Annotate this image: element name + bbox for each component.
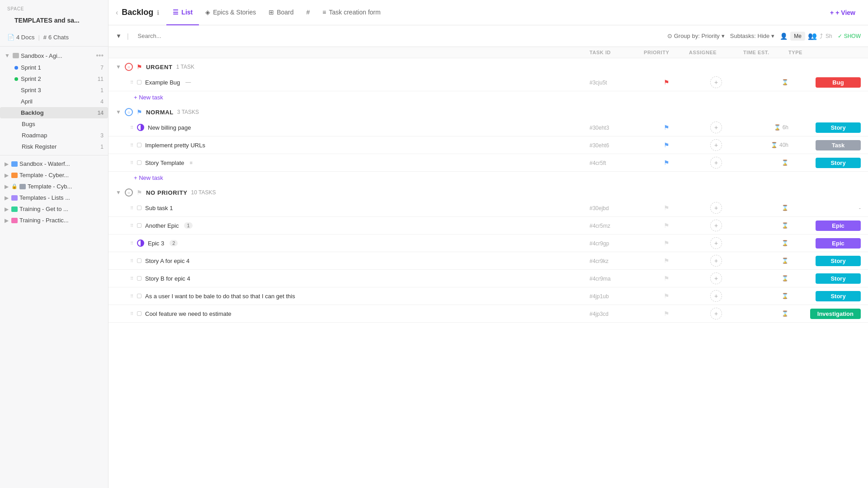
task-status-icon[interactable] (137, 160, 142, 165)
search-input[interactable] (134, 31, 664, 41)
sidebar-item-training-practic[interactable]: ▶ Training - Practic... (0, 215, 108, 226)
sidebar-group-label: Templates - Lists ... (19, 194, 70, 201)
hash-icon: # (43, 34, 47, 41)
sidebar-item-roadmap[interactable]: Roadmap 3 (0, 130, 108, 141)
type-badge[interactable]: Epic (816, 221, 861, 231)
assignee-avatar[interactable]: + (710, 255, 722, 267)
sidebar-item-template-cyber1[interactable]: ▶ Template - Cyber... (0, 169, 108, 181)
task-name[interactable]: Implement pretty URLs (145, 142, 205, 149)
sidebar-item-training-getto[interactable]: ▶ Training - Get to ... (0, 203, 108, 215)
assignee-avatar[interactable]: + (710, 237, 722, 249)
assignee-avatar[interactable]: + (710, 290, 722, 302)
info-icon[interactable]: ℹ (157, 9, 159, 16)
type-badge[interactable]: Story (816, 158, 861, 168)
toolbar-divider: | (127, 33, 129, 40)
sidebar-item-sandbox-agi[interactable]: ▼ Sandbox - Agi... ••• (0, 49, 108, 62)
docs-count[interactable]: 📄 4 Docs (7, 34, 34, 41)
show-text: SHOW (844, 33, 861, 39)
hash-tab-label: # (307, 9, 310, 16)
task-name[interactable]: Story Template (145, 160, 184, 166)
hourglass-icon: ⌛ (782, 79, 788, 85)
type-badge[interactable]: Epic (816, 238, 861, 249)
filter-button[interactable]: ▼ (116, 33, 122, 39)
task-priority-cell: ⚑ (644, 204, 689, 211)
assignee-avatar[interactable]: + (710, 76, 722, 88)
assignee-avatar[interactable]: + (710, 308, 722, 319)
sidebar-item-sprint1[interactable]: Sprint 1 7 (0, 62, 108, 73)
group-by-button[interactable]: ⊙ Group by: Priority ▾ (667, 33, 725, 39)
task-in-progress-icon[interactable] (137, 124, 144, 131)
sidebar-item-template-cyb-lock[interactable]: ▶ 🔒 Template - Cyb... (0, 181, 108, 192)
add-view-button[interactable]: + + View (825, 6, 861, 19)
type-badge[interactable]: Story (816, 273, 861, 284)
assignee-avatar[interactable]: + (710, 272, 722, 284)
assignee-avatar[interactable]: + (710, 139, 722, 151)
tab-epics-stories[interactable]: ◈ Epics & Stories (199, 0, 262, 25)
task-status-icon[interactable] (137, 311, 142, 316)
type-badge[interactable]: Story (816, 291, 861, 301)
tab-board[interactable]: ⊞ Board (262, 0, 300, 25)
more-options-icon[interactable]: ••• (96, 52, 104, 60)
task-name[interactable]: Example Bug (145, 79, 180, 86)
sidebar-item-templates-lists[interactable]: ▶ Templates - Lists ... (0, 192, 108, 203)
task-status-icon[interactable] (137, 276, 142, 281)
tab-hash[interactable]: # (300, 0, 316, 25)
share-people-icon[interactable]: 👥 (808, 32, 817, 40)
assignee-avatar[interactable]: + (710, 157, 722, 169)
show-label[interactable]: Sh (826, 33, 832, 39)
group-by-icon: ⊙ (667, 33, 672, 39)
task-name-cell: ⠿ New billing page (130, 124, 590, 131)
task-status-icon[interactable] (137, 206, 142, 210)
type-badge[interactable]: Task (816, 140, 861, 150)
assignee-avatar[interactable]: + (710, 202, 722, 214)
sidebar-item-april[interactable]: April 4 (0, 96, 108, 107)
show-button[interactable]: ✓ SHOW (838, 33, 861, 39)
sidebar-item-backlog[interactable]: Backlog 14 (0, 107, 108, 118)
group-header-nopriority[interactable]: ▼ ○ ⚑ NO PRIORITY 10 TASKS (108, 184, 868, 199)
task-status-icon[interactable] (137, 223, 142, 228)
me-button[interactable]: Me (790, 32, 805, 41)
type-badge[interactable]: Story (816, 256, 861, 266)
task-name[interactable]: Another Epic (145, 222, 179, 229)
task-id-cell: #4cr9gp (590, 239, 644, 247)
sidebar-item-sprint3[interactable]: Sprint 3 1 (0, 84, 108, 96)
group-header-normal[interactable]: ▼ ○ ⚑ NORMAL 3 TASKS (108, 103, 868, 119)
bugs-label: Bugs (22, 121, 35, 127)
task-priority-cell: ⚑ (644, 79, 689, 86)
group-header-urgent[interactable]: ▼ ○ ⚑ URGENT 1 TASK (108, 58, 868, 74)
task-assignee-cell: + (689, 237, 743, 249)
sidebar-item-bugs[interactable]: Bugs (0, 118, 108, 130)
task-name[interactable]: Sub task 1 (145, 205, 173, 211)
task-status-icon[interactable] (137, 143, 142, 147)
add-task-button-normal[interactable]: + New task (108, 172, 868, 184)
sprint2-dot (14, 77, 18, 81)
add-task-button-urgent[interactable]: + New task (108, 91, 868, 103)
task-name[interactable]: New billing page (148, 124, 191, 131)
task-name[interactable]: Story B for epic 4 (145, 275, 190, 282)
task-assignee-cell: + (689, 290, 743, 302)
task-in-progress-icon[interactable] (137, 239, 144, 247)
type-badge[interactable]: Investigation (810, 309, 861, 319)
task-name[interactable]: As a user I want to be bale to do that s… (145, 293, 295, 300)
sidebar-item-sandbox-waterf[interactable]: ▶ Sandbox - Waterf... (0, 158, 108, 169)
chats-count[interactable]: # 6 Chats (43, 34, 69, 41)
subtasks-button[interactable]: Subtasks: Hide ▾ (730, 33, 774, 39)
type-badge[interactable]: Bug (816, 77, 861, 88)
collapse-sidebar-button[interactable]: ‹ (116, 9, 118, 17)
tab-task-creation-form[interactable]: ≡ Task creation form (316, 0, 387, 25)
task-name[interactable]: Cool feature we need to estimate (145, 310, 231, 317)
task-status-icon[interactable] (137, 80, 142, 84)
assignee-avatar[interactable]: + (710, 220, 722, 231)
task-status-icon[interactable] (137, 294, 142, 298)
tab-list[interactable]: ☰ List (166, 0, 199, 25)
chevron-right-icon: ▶ (5, 172, 9, 178)
task-name[interactable]: Story A for epic 4 (145, 258, 189, 264)
sidebar-item-risk-register[interactable]: Risk Register 1 (0, 141, 108, 152)
type-badge[interactable]: Story (816, 122, 861, 133)
task-name[interactable]: Epic 3 (148, 240, 164, 247)
share-icon[interactable]: ⤴ (820, 33, 823, 40)
sidebar-item-sprint2[interactable]: Sprint 2 11 (0, 73, 108, 84)
sidebar-group-label: Sandbox - Waterf... (19, 160, 70, 167)
assignee-avatar[interactable]: + (710, 122, 722, 133)
task-status-icon[interactable] (137, 258, 142, 263)
